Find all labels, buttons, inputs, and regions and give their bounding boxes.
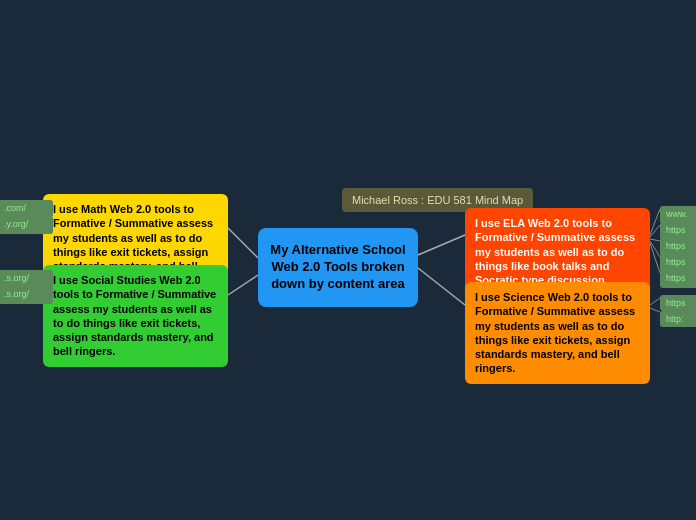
svg-line-12 bbox=[650, 243, 660, 273]
url-left-4[interactable]: .s.org/ bbox=[0, 286, 53, 304]
url-science-1[interactable]: https bbox=[660, 295, 696, 311]
svg-line-11 bbox=[650, 241, 660, 257]
center-node: My Alternative School Web 2.0 Tools brok… bbox=[258, 228, 418, 307]
social-studies-node: I use Social Studies Web 2.0 tools to Fo… bbox=[43, 265, 228, 367]
science-node: I use Science Web 2.0 tools to Formative… bbox=[465, 282, 650, 384]
svg-line-0 bbox=[228, 228, 258, 258]
svg-line-1 bbox=[228, 275, 258, 295]
svg-line-14 bbox=[650, 308, 660, 312]
url-science-2[interactable]: http: bbox=[660, 311, 696, 327]
svg-line-13 bbox=[650, 298, 660, 305]
svg-line-9 bbox=[650, 225, 660, 237]
svg-line-2 bbox=[418, 235, 465, 255]
svg-line-8 bbox=[650, 209, 660, 235]
svg-line-10 bbox=[650, 239, 660, 241]
svg-line-3 bbox=[418, 268, 465, 305]
url-left-2[interactable]: .y.org/ bbox=[0, 216, 53, 234]
url-right-5[interactable]: https bbox=[660, 270, 696, 288]
